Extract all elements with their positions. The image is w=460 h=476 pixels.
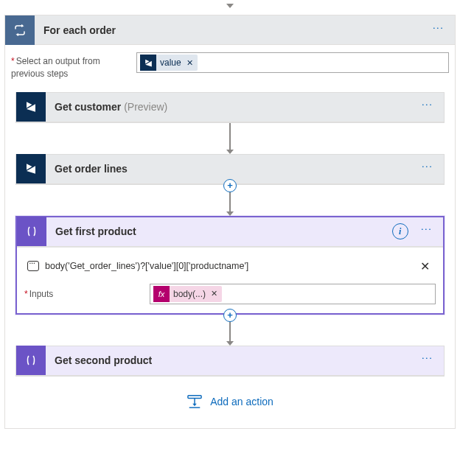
step-menu-button[interactable] <box>417 353 439 368</box>
step-get-second-product: Get second product <box>15 346 445 377</box>
step-menu-button[interactable] <box>417 161 439 176</box>
step-title: Get order lines <box>46 163 417 175</box>
expression-icon <box>27 261 39 271</box>
required-star: * <box>24 289 28 299</box>
loop-title: For each order <box>35 24 428 36</box>
loop-menu-button[interactable] <box>428 23 450 38</box>
required-star: * <box>11 56 15 66</box>
data-operations-icon <box>16 346 46 375</box>
loop-header[interactable]: For each order <box>5 15 455 45</box>
select-output-label: *Select an output from previous steps <box>11 52 129 80</box>
remove-token-icon[interactable]: ✕ <box>211 289 217 298</box>
step-header-get-first-product[interactable]: Get first product i <box>17 217 443 247</box>
step-get-customer: Get customer (Preview) <box>15 92 445 123</box>
step-title: Get second product <box>46 354 417 366</box>
step-header-get-customer[interactable]: Get customer (Preview) <box>16 93 444 122</box>
data-operations-icon <box>17 217 46 246</box>
dynamics-icon <box>140 55 156 71</box>
connector: + <box>11 185 449 216</box>
add-step-button[interactable]: + <box>223 179 237 192</box>
remove-token-icon[interactable]: ✕ <box>187 58 193 68</box>
dynamics-icon <box>16 154 46 183</box>
step-title: Get first product <box>46 225 392 237</box>
svg-marker-3 <box>192 403 196 406</box>
inputs-label: *Inputs <box>24 289 142 299</box>
step-title: Get customer (Preview) <box>46 101 417 113</box>
svg-rect-0 <box>188 395 201 398</box>
add-action-button[interactable]: Add an action <box>11 394 449 409</box>
add-step-button[interactable]: + <box>223 309 237 322</box>
inputs-field[interactable]: fx body(...) ✕ <box>150 284 436 304</box>
info-button[interactable]: i <box>392 223 408 239</box>
step-header-get-second-product[interactable]: Get second product <box>16 346 444 376</box>
connector <box>11 123 449 154</box>
step-get-first-product: Get first product i body('Get_order_line… <box>15 216 445 315</box>
fx-icon: fx <box>153 286 170 302</box>
add-action-icon <box>187 394 203 409</box>
connector: + <box>11 315 449 346</box>
select-output-input[interactable]: value ✕ <box>136 52 449 73</box>
for-each-container: For each order *Select an output from pr… <box>4 15 456 429</box>
step-menu-button[interactable] <box>417 99 439 114</box>
select-output-row: *Select an output from previous steps va… <box>11 52 449 80</box>
fx-token[interactable]: fx body(...) ✕ <box>153 286 222 302</box>
expression-text: body('Get_order_lines')?['value'][0]['pr… <box>45 261 411 271</box>
close-icon[interactable]: ✕ <box>417 259 433 273</box>
dynamics-icon <box>16 92 46 122</box>
value-token[interactable]: value ✕ <box>140 55 198 71</box>
step-menu-button[interactable] <box>416 224 439 239</box>
loop-icon <box>5 15 35 45</box>
